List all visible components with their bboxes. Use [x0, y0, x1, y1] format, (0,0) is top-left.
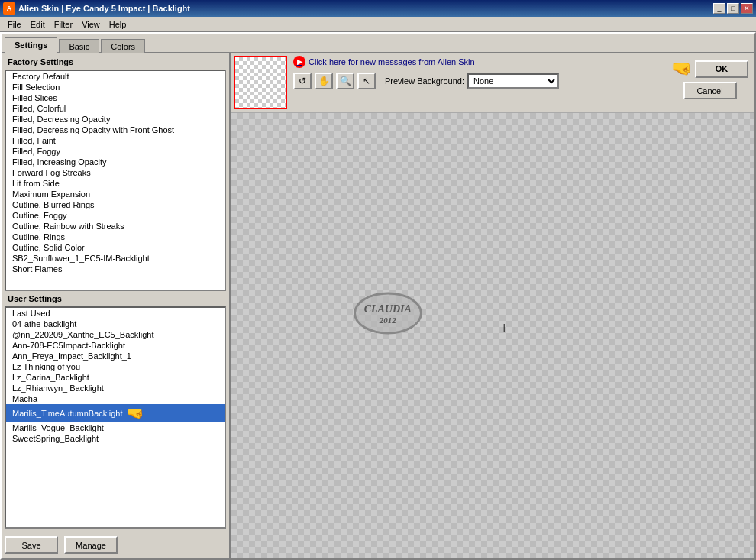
message-icon: ▶ [293, 56, 305, 68]
factory-settings-list[interactable]: Factory Default Fill Selection Filled Sl… [5, 70, 226, 291]
content-area: Factory Settings Factory Default Fill Se… [2, 52, 754, 558]
list-item[interactable]: Outline, Solid Color [6, 242, 225, 253]
bottom-buttons: Save Manage [2, 532, 229, 558]
watermark-line2: 2012 [380, 315, 396, 324]
preview-thumbnail [234, 56, 287, 109]
cursor-indicator: | [503, 322, 506, 332]
minimize-button[interactable]: _ [713, 3, 725, 14]
list-item[interactable]: Lz_Carina_Backlight [6, 372, 225, 383]
preview-bg-row: ↺ ✋ 🔍 ↖ Preview Background: None White B… [293, 73, 668, 89]
user-settings-label: User Settings [5, 293, 226, 305]
alien-skin-message[interactable]: ▶ Click here for new messages from Alien… [293, 56, 668, 68]
list-item[interactable]: Lit from Side [6, 178, 225, 189]
list-item[interactable]: Outline, Rings [6, 231, 225, 242]
menu-file[interactable]: File [3, 18, 26, 31]
list-item[interactable]: Fill Selection [6, 82, 225, 92]
menu-help[interactable]: Help [105, 18, 131, 31]
list-item[interactable]: Ann-708-EC5Impact-Backlight [6, 340, 225, 351]
app-icon: A [3, 2, 15, 15]
close-button[interactable]: ✕ [741, 3, 753, 14]
title-bar-controls: _ □ ✕ [713, 3, 753, 14]
pan-tool-button[interactable]: ✋ [315, 73, 333, 89]
list-item[interactable]: Marilis_Vogue_Backlight [6, 422, 225, 433]
title-bar-left: A Alien Skin | Eye Candy 5 Impact | Back… [3, 2, 190, 15]
list-item[interactable]: Macha [6, 393, 225, 404]
left-panel: Factory Settings Factory Default Fill Se… [2, 53, 231, 558]
list-item[interactable]: SweetSpring_Backlight [6, 433, 225, 444]
list-item[interactable]: SB2_Sunflower_1_EC5-IM-Backlight [6, 253, 225, 264]
list-item[interactable]: Filled, Foggy [6, 146, 225, 157]
manage-button[interactable]: Manage [64, 536, 118, 554]
toolbar-middle: ▶ Click here for new messages from Alien… [287, 56, 668, 89]
list-item[interactable]: @nn_220209_Xanthe_EC5_Backlight [6, 329, 225, 340]
list-item[interactable]: Ann_Freya_Impact_Backlight_1 [6, 351, 225, 361]
rotate-tool-button[interactable]: ↺ [293, 73, 312, 89]
list-item-selected[interactable]: Marilis_TimeAutumnBacklight 🤜 [6, 404, 225, 422]
main-window: Settings Basic Colors Factory Settings F… [0, 32, 756, 560]
list-item[interactable]: 04-athe-backlight [6, 319, 225, 329]
list-item[interactable]: Outline, Blurred Rings [6, 199, 225, 210]
list-item[interactable]: Lz Thinking of you [6, 361, 225, 372]
toolbar-row: ▶ Click here for new messages from Alien… [231, 53, 754, 113]
menu-view[interactable]: View [77, 18, 105, 31]
hand-pointer-icon: 🤜 [127, 405, 144, 422]
list-item[interactable]: Factory Default [6, 71, 225, 82]
list-item[interactable]: Outline, Rainbow with Streaks [6, 221, 225, 231]
zoom-tool-button[interactable]: 🔍 [336, 73, 354, 89]
user-settings-list[interactable]: Last Used 04-athe-backlight @nn_220209_X… [5, 306, 226, 529]
tabs-row: Settings Basic Colors [2, 34, 754, 52]
selected-item-label: Marilis_TimeAutumnBacklight [12, 409, 122, 418]
list-item[interactable]: Filled, Decreasing Opacity with Front Gh… [6, 125, 225, 135]
title-text: Alien Skin | Eye Candy 5 Impact | Backli… [18, 4, 190, 13]
preview-bg-label: Preview Background: [385, 76, 464, 86]
select-tool-button[interactable]: ↖ [357, 73, 376, 89]
watermark: CLAUDIA 2012 [354, 293, 422, 335]
maximize-button[interactable]: □ [727, 3, 739, 14]
tab-basic[interactable]: Basic [59, 39, 99, 53]
preview-canvas[interactable]: CLAUDIA 2012 | [231, 113, 754, 558]
menu-filter[interactable]: Filter [50, 18, 77, 31]
factory-settings-label: Factory Settings [5, 56, 226, 68]
list-item[interactable]: Filled, Faint [6, 135, 225, 146]
list-wrapper: Factory Settings Factory Default Fill Se… [2, 53, 229, 532]
list-item[interactable]: Filled, Decreasing Opacity [6, 114, 225, 125]
tab-colors[interactable]: Colors [101, 39, 145, 53]
list-item[interactable]: Filled Slices [6, 92, 225, 103]
preview-bg-select[interactable]: None White Black Custom [467, 73, 559, 89]
menu-edit[interactable]: Edit [26, 18, 50, 31]
title-bar: A Alien Skin | Eye Candy 5 Impact | Back… [0, 0, 756, 17]
cancel-button[interactable]: Cancel [683, 82, 737, 99]
ok-btn-wrapper: 🤜 OK [671, 59, 748, 79]
list-item[interactable]: Filled, Increasing Opacity [6, 157, 225, 167]
message-text: Click here for new messages from Alien S… [309, 57, 475, 66]
right-panel: ▶ Click here for new messages from Alien… [231, 53, 754, 558]
list-item[interactable]: Last Used [6, 308, 225, 319]
ok-cancel-area: 🤜 OK Cancel [668, 56, 751, 102]
ok-button[interactable]: OK [695, 60, 748, 78]
save-button[interactable]: Save [5, 536, 58, 554]
list-item[interactable]: Forward Fog Streaks [6, 167, 225, 178]
list-item[interactable]: Maximum Expansion [6, 189, 225, 199]
watermark-line1: CLAUDIA [364, 303, 412, 315]
list-item[interactable]: Outline, Foggy [6, 210, 225, 221]
tab-settings[interactable]: Settings [5, 37, 57, 53]
list-item[interactable]: Lz_Rhianwyn_ Backlight [6, 383, 225, 393]
list-item[interactable]: Filled, Colorful [6, 103, 225, 114]
ok-hand-icon: 🤜 [671, 59, 692, 79]
list-item[interactable]: Short Flames [6, 264, 225, 274]
menu-bar: File Edit Filter View Help [0, 17, 756, 32]
